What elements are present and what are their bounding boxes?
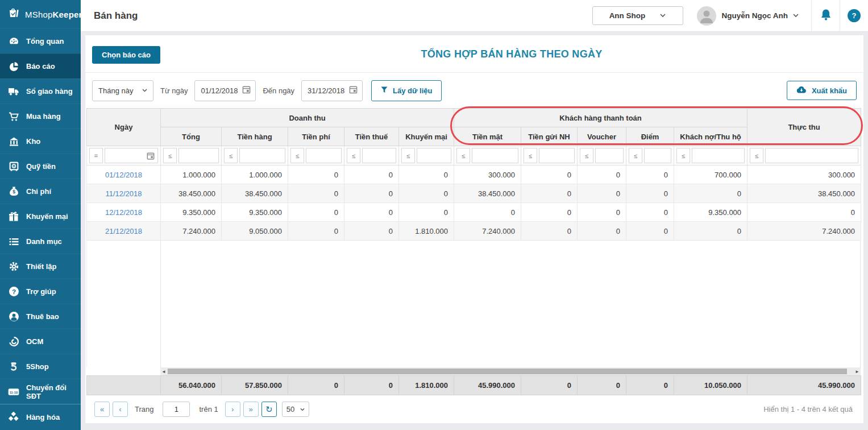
get-data-button[interactable]: Lấy dữ liệu (371, 80, 442, 101)
scrollbar-thumb[interactable] (168, 369, 847, 374)
number-filter-input[interactable] (539, 148, 575, 163)
col-header[interactable]: Tiền thuế (344, 127, 399, 146)
filter-operator-lte[interactable]: ≤ (224, 148, 238, 163)
filter-operator-lte[interactable]: ≤ (676, 148, 690, 163)
app-logo[interactable]: MShopKeeper (0, 0, 81, 28)
col-header[interactable]: Tiền hàng (222, 127, 288, 146)
page-label: Trang (131, 405, 157, 414)
col-header-thuc-thu[interactable]: Thực thu (747, 109, 861, 146)
number-filter-input[interactable] (239, 148, 285, 163)
value-cell: 9.350.000 (161, 203, 222, 222)
sidebar-menu: Tổng quanBáo cáoSổ giao hàngMua hàngKhoQ… (0, 28, 81, 404)
prev-page-button[interactable]: ‹ (113, 402, 128, 417)
period-select-value: Tháng này (98, 86, 133, 95)
sidebar-item-khuyen-mai[interactable]: Khuyến mại (0, 204, 81, 229)
sidebar-item-ocm[interactable]: OCM (0, 329, 81, 354)
col-header[interactable]: Tổng (161, 127, 222, 146)
page-of-label: trên 1 (195, 405, 222, 414)
col-header[interactable]: Tiền mặt (454, 127, 521, 146)
table-row: 21/12/20187.240.0009.050.000001.810.0007… (87, 222, 861, 241)
person-icon (8, 311, 19, 323)
number-filter-input[interactable] (417, 148, 451, 163)
sidebar-item-hang-hoa[interactable]: Hàng hóa (0, 404, 81, 430)
user-name: Nguyễn Ngọc Anh (722, 11, 788, 20)
number-filter-input[interactable] (765, 148, 858, 163)
date-link[interactable]: 01/12/2018 (87, 166, 161, 184)
date-link[interactable]: 11/12/2018 (87, 184, 161, 203)
sidebar-item-kho[interactable]: Kho (0, 129, 81, 154)
total-cell: 0 (578, 376, 626, 395)
col-header[interactable]: Tiền gửi NH (521, 127, 578, 146)
value-cell: 0 (521, 184, 578, 203)
col-header[interactable]: Voucher (578, 127, 626, 146)
scroll-left-arrow-icon[interactable]: ◄ (160, 369, 167, 374)
number-filter-input[interactable] (644, 148, 671, 163)
get-data-label: Lấy dữ liệu (393, 86, 432, 95)
report-panel: Chọn báo cáo TỔNG HỢP BÁN HÀNG THEO NGÀY… (85, 35, 863, 423)
number-filter-input[interactable] (362, 148, 396, 163)
notifications-button[interactable] (811, 0, 840, 32)
filter-operator-lte[interactable]: ≤ (629, 148, 642, 163)
sidebar-item-so-giao-hang[interactable]: Sổ giao hàng (0, 78, 81, 104)
filter-operator-lte[interactable]: ≤ (401, 148, 415, 163)
col-header-ngay[interactable]: Ngày (87, 109, 161, 146)
col-header[interactable]: Khuyến mại (399, 127, 454, 146)
export-label: Xuất khẩu (812, 86, 847, 95)
col-header[interactable]: Điểm (626, 127, 674, 146)
sidebar-item-mua-hang[interactable]: Mua hàng (0, 104, 81, 129)
shop-selector[interactable]: Ann Shop (592, 6, 683, 25)
sidebar-item-quy-tien[interactable]: Quỹ tiền (0, 154, 81, 179)
refresh-button[interactable]: ↻ (261, 402, 277, 417)
sidebar-item-chuyen-oi-s-t[interactable]: 11·10Chuyển đổi SĐT (0, 379, 81, 404)
sidebar-item-bao-cao[interactable]: Báo cáo (0, 53, 81, 78)
last-page-button[interactable]: » (243, 402, 259, 417)
date-link[interactable]: 12/12/2018 (87, 203, 161, 222)
sidebar-item-tong-quan[interactable]: Tổng quan (0, 28, 81, 53)
first-page-button[interactable]: « (94, 402, 110, 417)
from-date-input[interactable]: 01/12/2018 (194, 80, 256, 101)
next-page-button[interactable]: › (225, 402, 240, 417)
sidebar-item-5shop[interactable]: 5Shop (0, 354, 81, 379)
sidebar-item-danh-muc[interactable]: Danh mục (0, 229, 81, 254)
topbar: Bán hàng Ann Shop Nguyễn Ngọc Anh ? (81, 0, 868, 32)
horizontal-scrollbar[interactable]: ◄ ► (160, 367, 861, 375)
filter-operator-lte[interactable]: ≤ (290, 148, 304, 163)
sidebar-item-chi-phi[interactable]: $Chi phí (0, 179, 81, 204)
sidebar-item-label: 5Shop (26, 362, 49, 371)
help-button[interactable]: ? (840, 0, 868, 32)
shopping-bag-logo-icon (7, 7, 20, 22)
period-select[interactable]: Tháng này (92, 80, 153, 101)
scroll-right-arrow-icon[interactable]: ► (854, 369, 861, 374)
sidebar-item-thue-bao[interactable]: Thuê bao (0, 304, 81, 329)
export-button[interactable]: Xuất khẩu (787, 81, 857, 100)
date-filter-input[interactable] (105, 148, 158, 163)
filter-operator-lte[interactable]: ≤ (456, 148, 470, 163)
sidebar-item-tro-giup[interactable]: ?Trợ giúp (0, 279, 81, 304)
choose-report-button[interactable]: Chọn báo cáo (92, 46, 160, 64)
sidebar-item-thiet-lap[interactable]: Thiết lập (0, 254, 81, 279)
sidebar-item-label: Danh mục (26, 237, 62, 246)
col-header[interactable]: Tiền phí (288, 127, 344, 146)
avatar (697, 6, 716, 26)
date-link[interactable]: 21/12/2018 (87, 222, 161, 241)
number-filter-input[interactable] (306, 148, 342, 163)
number-filter-input[interactable] (692, 148, 745, 163)
filter-operator-lte[interactable]: ≤ (750, 148, 763, 163)
to-date-input[interactable]: 31/12/2018 (301, 80, 363, 101)
filter-operator-equals[interactable]: = (89, 148, 103, 163)
number-filter-input[interactable] (178, 148, 219, 163)
filter-operator-lte[interactable]: ≤ (524, 148, 537, 163)
filter-operator-lte[interactable]: ≤ (163, 148, 177, 163)
value-cell: 0 (344, 166, 399, 184)
table-row: 12/12/20189.350.0009.350.00000000009.350… (87, 203, 861, 222)
page-number-input[interactable]: 1 (163, 402, 190, 417)
user-menu[interactable]: Nguyễn Ngọc Anh (683, 6, 799, 26)
col-header[interactable]: Khách nợ/Thu hộ (674, 127, 747, 146)
report-table-area: Ngày Doanh thu Khách hàng thanh toán Thự… (86, 108, 861, 423)
number-filter-input[interactable] (595, 148, 624, 163)
value-cell: 0 (288, 222, 344, 241)
page-size-select[interactable]: 50 (282, 402, 309, 417)
filter-operator-lte[interactable]: ≤ (580, 148, 593, 163)
filter-operator-lte[interactable]: ≤ (347, 148, 360, 163)
number-filter-input[interactable] (472, 148, 518, 163)
